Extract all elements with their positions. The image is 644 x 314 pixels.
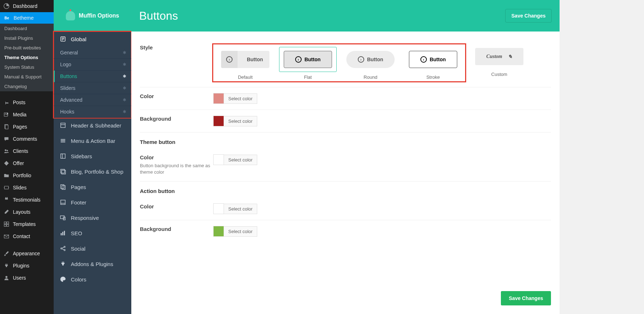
- svg-rect-35: [62, 232, 63, 235]
- sidebar-sub-changelog[interactable]: Changelog: [0, 82, 54, 91]
- sidebar-item-layouts[interactable]: Layouts: [0, 206, 54, 218]
- sidebar-item-label: Media: [13, 112, 26, 117]
- sidebar-item-label: Appearance: [13, 251, 40, 256]
- color-swatch[interactable]: [213, 93, 224, 104]
- sidebar-sub-manual[interactable]: Manual & Support: [0, 72, 54, 82]
- mf-sub-advanced[interactable]: Advanced✱: [54, 94, 131, 106]
- mf-item-social[interactable]: Social: [54, 241, 131, 256]
- mf-item-addons[interactable]: Addons & Plugins: [54, 256, 131, 272]
- sidebar-item-posts[interactable]: Posts: [0, 96, 54, 108]
- mf-sub-hooks[interactable]: Hooks✱: [54, 106, 131, 118]
- mf-item-responsive[interactable]: Responsive: [54, 210, 131, 226]
- mf-item-label: Global: [71, 36, 86, 42]
- style-option-stroke[interactable]: ›Button Stroke: [405, 47, 462, 80]
- gear-icon: ✱: [123, 109, 126, 114]
- global-group-highlight: Global General✱ Logo✱ Buttons✱ Sliders✱ …: [54, 32, 131, 118]
- save-changes-bottom-button[interactable]: Save Changes: [501, 291, 551, 305]
- sidebar-item-contact[interactable]: Contact: [0, 230, 54, 242]
- media-icon: [3, 111, 10, 118]
- style-option-flat[interactable]: ›Button Flat: [279, 47, 336, 80]
- style-option-round[interactable]: ›Button Round: [342, 47, 399, 80]
- main-panel: Buttons Save Changes Style ›Button Defau…: [131, 0, 560, 314]
- svg-rect-30: [61, 200, 65, 205]
- sidebar-item-testimonials[interactable]: ❝Testimonials: [0, 194, 54, 206]
- sidebar-item-appearance[interactable]: Appearance: [0, 247, 54, 260]
- mf-item-menu[interactable]: Menu & Action Bar: [54, 133, 131, 149]
- sidebar-item-clients[interactable]: Clients: [0, 145, 54, 157]
- select-color-button[interactable]: Select color: [224, 204, 257, 214]
- label-background: Background: [140, 116, 213, 126]
- mf-item-colors[interactable]: Colors: [54, 272, 131, 287]
- mf-item-sidebars[interactable]: Sidebars: [54, 149, 131, 164]
- sidebar-sub-dashboard[interactable]: Dashboard: [0, 24, 54, 33]
- color-swatch[interactable]: [213, 203, 224, 214]
- sidebar-item-betheme[interactable]: Be Betheme: [0, 12, 54, 24]
- select-color-button[interactable]: Select color: [224, 116, 257, 126]
- templates-icon: [3, 221, 10, 228]
- style-option-default[interactable]: ›Button Default: [217, 47, 274, 80]
- mf-item-header[interactable]: Header & Subheader: [54, 118, 131, 133]
- testimonials-icon: ❝: [3, 196, 10, 203]
- dashboard-icon: [3, 3, 10, 10]
- muffin-options-sidebar: Muffin Options Global General✱ Logo✱ But…: [54, 0, 131, 314]
- mf-item-blog[interactable]: Blog, Portfolio & Shop: [54, 164, 131, 179]
- select-color-button[interactable]: Select color: [224, 93, 257, 104]
- sidebar-sub-install-plugins[interactable]: Install Plugins: [0, 33, 54, 43]
- gear-icon: ✱: [123, 50, 126, 55]
- layouts-icon: [3, 208, 10, 216]
- style-caption: Round: [342, 74, 399, 80]
- sidebar-item-offer[interactable]: Offer: [0, 157, 54, 169]
- color-swatch[interactable]: [213, 116, 224, 126]
- svg-point-14: [5, 276, 8, 278]
- section-action-button: Action button: [140, 182, 551, 198]
- mf-item-global[interactable]: Global: [54, 32, 131, 47]
- mf-sub-buttons[interactable]: Buttons✱: [54, 71, 131, 82]
- sidebar-item-pages[interactable]: Pages: [0, 121, 54, 133]
- select-color-button[interactable]: Select color: [224, 226, 257, 237]
- sidebars-icon: [59, 153, 67, 160]
- sidebar-item-label: Users: [13, 275, 26, 281]
- color-swatch[interactable]: [213, 154, 224, 165]
- wp-admin-sidebar: Dashboard Be Betheme Dashboard Install P…: [0, 0, 54, 314]
- responsive-icon: [59, 214, 67, 221]
- sidebar-item-dashboard[interactable]: Dashboard: [0, 0, 54, 12]
- sidebar-item-label: Offer: [13, 160, 24, 166]
- mf-sub-sliders[interactable]: Sliders✱: [54, 82, 131, 94]
- color-swatch[interactable]: [213, 226, 224, 237]
- save-changes-top-button[interactable]: Save Changes: [505, 9, 552, 23]
- sidebar-item-users[interactable]: Users: [0, 272, 54, 284]
- sidebar-item-media[interactable]: Media: [0, 108, 54, 121]
- svg-line-41: [62, 249, 64, 250]
- comments-icon: [3, 135, 10, 142]
- cupcake-icon: [66, 11, 75, 20]
- pin-icon: [3, 99, 10, 106]
- mf-sub-general[interactable]: General✱: [54, 47, 131, 59]
- sidebar-item-comments[interactable]: Comments: [0, 133, 54, 145]
- sidebar-sub-system-status[interactable]: System Status: [0, 62, 54, 72]
- sidebar-sub-prebuilt[interactable]: Pre-built websites: [0, 43, 54, 53]
- sidebar-item-label: Layouts: [13, 209, 30, 215]
- brush-icon: [3, 250, 10, 257]
- mf-item-seo[interactable]: SEO: [54, 226, 131, 241]
- select-color-button[interactable]: Select color: [224, 155, 257, 165]
- mf-item-pages[interactable]: Pages: [54, 179, 131, 195]
- sidebar-item-slides[interactable]: Slides: [0, 182, 54, 194]
- style-caption: Stroke: [405, 74, 462, 80]
- clients-icon: [3, 148, 10, 155]
- sidebar-item-label: Dashboard: [13, 3, 38, 9]
- label-action-background: Background: [140, 226, 213, 237]
- style-caption: Custom: [471, 72, 528, 77]
- sidebar-item-portfolio[interactable]: Portfolio: [0, 169, 54, 182]
- sidebar-sub-theme-options[interactable]: Theme Options: [0, 53, 54, 62]
- mf-item-footer[interactable]: Footer: [54, 195, 131, 210]
- sidebar-item-templates[interactable]: Templates: [0, 218, 54, 230]
- mf-sub-logo[interactable]: Logo✱: [54, 59, 131, 71]
- gear-icon: ✱: [123, 74, 126, 79]
- gear-icon: ✱: [123, 97, 126, 102]
- muffin-brand: Muffin Options: [54, 0, 131, 32]
- sidebar-item-plugins[interactable]: Plugins: [0, 260, 54, 272]
- style-option-custom[interactable]: Custom✎ Custom: [471, 44, 528, 81]
- mf-item-label: Responsive: [71, 215, 99, 221]
- mf-item-label: Addons & Plugins: [71, 261, 113, 267]
- slides-icon: [3, 184, 10, 191]
